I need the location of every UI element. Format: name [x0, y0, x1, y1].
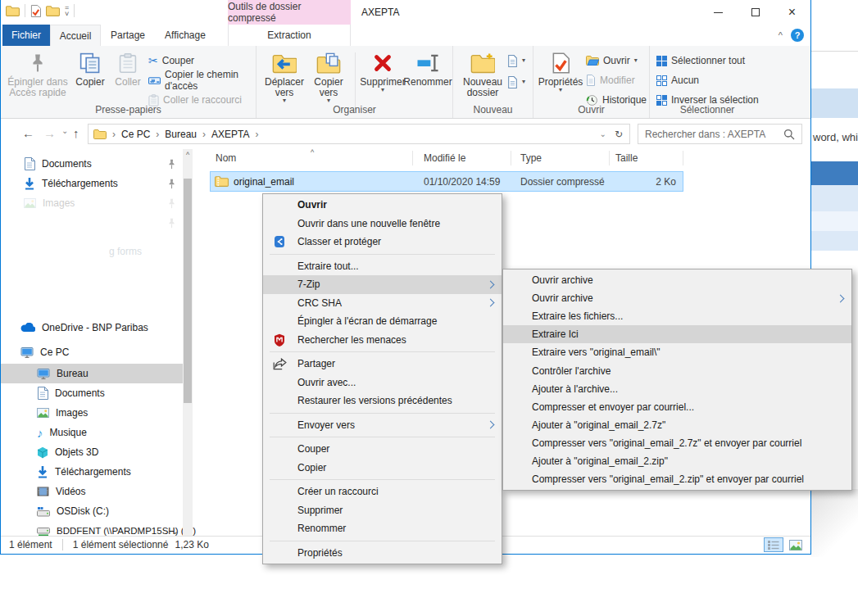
copy-button[interactable]: Copier: [71, 49, 109, 88]
up-icon[interactable]: ↑: [73, 126, 79, 140]
contextual-tab-header: Outils de dossier compressé: [228, 0, 351, 25]
new-folder-button[interactable]: Nouveau dossier: [460, 49, 506, 98]
copy-to-button[interactable]: Copier vers ▾: [307, 49, 350, 103]
select-none-button[interactable]: Aucun: [656, 72, 699, 88]
menu-item-rechercher-menaces[interactable]: Rechercher les menaces: [263, 331, 502, 350]
sidebar-item-onedrive[interactable]: OneDrive - BNP Paribas: [1, 318, 183, 337]
menu-item-creer-raccourci[interactable]: Créer un raccourci: [263, 482, 502, 501]
copy-path-button[interactable]: Copier le chemin d'accès: [148, 72, 256, 88]
group-label-organize: Organiser: [256, 104, 452, 116]
paste-button[interactable]: Coller: [111, 49, 145, 88]
refresh-icon[interactable]: ↻: [615, 129, 623, 140]
new-item-button[interactable]: ▾: [507, 52, 525, 69]
properties-icon[interactable]: [30, 5, 41, 17]
history-dropdown-icon[interactable]: ⌄: [61, 126, 68, 135]
submenu-item-extraire-ici[interactable]: Extraire Ici: [503, 325, 851, 343]
submenu-item-compresser-7z-courriel[interactable]: Compresser vers "original_email_2.7z" et…: [503, 434, 851, 452]
7zip-submenu: Ouvrir archive Ouvrir archive Extraire l…: [502, 269, 852, 491]
submenu-item-ouvrir-archive-2[interactable]: Ouvrir archive: [503, 289, 851, 307]
thumbnails-view-button[interactable]: [786, 537, 806, 552]
tab-partage[interactable]: Partage: [104, 25, 152, 46]
menu-item-renommer[interactable]: Renommer: [263, 519, 502, 538]
close-button[interactable]: ×: [774, 0, 810, 25]
submenu-item-ajouter-archive[interactable]: Ajouter à l'archive...: [503, 380, 851, 398]
menu-item-supprimer[interactable]: Supprimer: [263, 501, 502, 520]
sidebar-item-images[interactable]: Images: [1, 403, 183, 423]
properties-button[interactable]: Propriétés ▾: [538, 49, 583, 93]
select-all-button[interactable]: Sélectionner tout: [656, 52, 745, 69]
tab-accueil[interactable]: Accueil: [50, 25, 101, 46]
menu-item-crc-sha[interactable]: CRC SHA: [263, 294, 502, 313]
menu-item-7zip[interactable]: 7-Zip: [263, 275, 502, 294]
breadcrumb-ce-pc[interactable]: Ce PC: [121, 129, 150, 140]
sidebar-item-osdisk[interactable]: OSDisk (C:): [1, 501, 183, 521]
pin-quick-access-button[interactable]: Épingler dans Accès rapide: [7, 49, 68, 98]
menu-item-envoyer-vers[interactable]: Envoyer vers: [263, 416, 502, 435]
menu-item-proprietes[interactable]: Propriétés: [263, 544, 502, 563]
easy-access-button[interactable]: ▾: [507, 74, 525, 90]
submenu-item-controler-archive[interactable]: Contrôler l'archive: [503, 361, 851, 379]
submenu-item-extraire-fichiers[interactable]: Extraire les fichiers...: [503, 307, 851, 325]
minimize-button[interactable]: [700, 0, 737, 25]
details-view-button[interactable]: [764, 537, 783, 552]
back-icon[interactable]: ←: [22, 126, 34, 140]
menu-item-copier[interactable]: Copier: [263, 459, 502, 478]
menu-item-partager[interactable]: Partager: [263, 355, 502, 374]
address-dropdown-icon[interactable]: ⌄: [600, 129, 606, 138]
submenu-item-compresser-zip-courriel[interactable]: Compresser vers "original_email_2.zip" e…: [503, 470, 851, 488]
menu-item-ouvrir-avec[interactable]: Ouvrir avec...: [263, 374, 502, 392]
menu-item-restaurer-versions[interactable]: Restaurer les versions précédentes: [263, 392, 502, 410]
rename-button[interactable]: Renommer: [402, 49, 453, 88]
tab-extraction[interactable]: Extraction: [228, 25, 351, 46]
sidebar-item-ce-pc[interactable]: Ce PC: [1, 342, 183, 362]
edit-button[interactable]: Modifier: [586, 72, 635, 88]
pin-icon[interactable]: [167, 179, 176, 189]
menu-item-ouvrir[interactable]: Ouvrir: [263, 196, 502, 215]
sidebar-item-bureau[interactable]: Bureau: [1, 364, 183, 383]
pin-icon[interactable]: [167, 159, 176, 170]
breadcrumb-bureau[interactable]: Bureau: [165, 129, 197, 140]
sidebar-item-documents[interactable]: Documents: [1, 383, 183, 403]
collapse-icon[interactable]: ⌄: [171, 526, 179, 537]
search-icon[interactable]: [783, 129, 795, 140]
forward-icon[interactable]: →: [43, 126, 56, 140]
tab-fichier[interactable]: Fichier: [2, 25, 50, 46]
folder-icon[interactable]: [6, 5, 20, 17]
sidebar-scrollbar[interactable]: ^: [183, 149, 193, 536]
menu-item-extraire-tout[interactable]: Extraire tout...: [263, 257, 502, 276]
cut-button[interactable]: ✂ Couper: [148, 52, 194, 69]
menu-item-epingler-demarrage[interactable]: Épingler à l'écran de démarrage: [263, 312, 502, 331]
sidebar-item-telechargements[interactable]: Téléchargements: [1, 462, 183, 482]
submenu-item-extraire-vers[interactable]: Extraire vers "original_email\": [503, 343, 851, 361]
help-icon[interactable]: ?: [791, 29, 804, 42]
submenu-item-ajouter-zip[interactable]: Ajouter à "original_email_2.zip": [503, 452, 851, 470]
scrollbar-thumb[interactable]: [184, 179, 192, 403]
ribbon: Épingler dans Accès rapide Copier Coller…: [1, 46, 810, 119]
file-row-original-email[interactable]: original_email 01/10/2020 14:59 Dossier …: [210, 171, 683, 192]
submenu-item-ajouter-7z[interactable]: Ajouter à "original_email_2.7z": [503, 416, 851, 434]
move-to-button[interactable]: Déplacer vers ▾: [263, 49, 306, 103]
address-bar[interactable]: › Ce PC › Bureau › AXEPTA › ⌄ ↻: [88, 124, 630, 144]
sidebar-item-objets-3d[interactable]: Objets 3D: [1, 442, 183, 462]
menu-item-couper[interactable]: Couper: [263, 440, 502, 459]
submenu-item-ouvrir-archive[interactable]: Ouvrir archive: [503, 271, 851, 289]
folder-icon[interactable]: [46, 5, 60, 17]
scroll-up-icon[interactable]: ^: [183, 151, 193, 159]
delete-button[interactable]: Supprimer ▾: [358, 49, 407, 93]
menu-item-classer-proteger[interactable]: Classer et protéger: [263, 233, 502, 251]
submenu-item-compresser-courriel[interactable]: Compresser et envoyer par courriel...: [503, 398, 851, 416]
sidebar-item-downloads-quick[interactable]: Téléchargements: [1, 174, 183, 193]
move-to-icon: [272, 49, 297, 77]
sidebar-item-musique[interactable]: ♪ Musique: [1, 423, 183, 442]
collapse-ribbon-icon[interactable]: ^: [779, 30, 783, 40]
menu-item-ouvrir-nouvelle-fenetre[interactable]: Ouvrir dans une nouvelle fenêtre: [263, 215, 502, 233]
breadcrumb-axepta[interactable]: AXEPTA: [211, 129, 249, 140]
open-button[interactable]: Ouvrir ▾: [586, 52, 638, 69]
maximize-button[interactable]: [737, 0, 774, 25]
customize-toolbar-icon[interactable]: =˅: [65, 4, 69, 17]
search-input[interactable]: Rechercher dans : AXEPTA: [638, 124, 802, 144]
sidebar-item-documents-quick[interactable]: Documents: [1, 154, 183, 174]
sidebar-item-videos[interactable]: Vidéos: [1, 482, 183, 501]
submenu-arrow-icon: [487, 421, 495, 429]
tab-affichage[interactable]: Affichage: [158, 25, 212, 46]
